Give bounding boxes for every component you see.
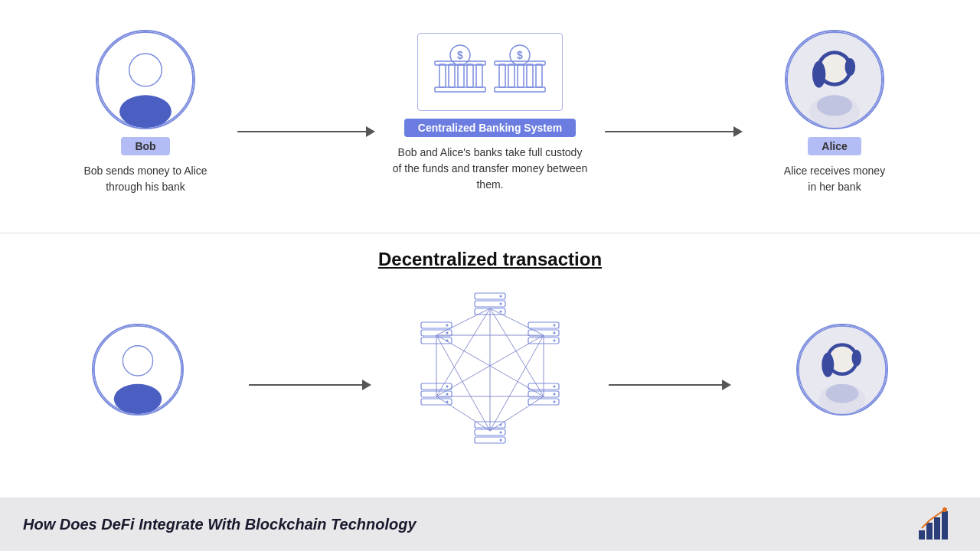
arrow1-head	[366, 126, 375, 137]
bank-icon-2: $	[493, 41, 547, 103]
arrow1	[237, 126, 375, 137]
bob-group: Bob Bob sends money to Alice through his…	[61, 30, 230, 195]
svg-point-80	[446, 332, 449, 334]
arrow1-line	[237, 131, 366, 132]
svg-rect-20	[495, 61, 545, 65]
svg-rect-5	[439, 64, 446, 87]
decentralized-title: Decentralized transaction	[378, 249, 602, 270]
svg-point-74	[446, 393, 449, 396]
bob-decentral-avatar	[92, 324, 184, 416]
svg-rect-6	[449, 64, 455, 87]
svg-point-62	[554, 393, 556, 396]
arrow1-container	[230, 88, 383, 137]
bank-name-badge: Centralized Banking System	[404, 119, 576, 137]
svg-rect-18	[536, 64, 542, 87]
svg-rect-89	[919, 530, 925, 540]
bank-icon-1: $	[433, 41, 487, 103]
footer: How Does DeFi Integrate With Blockchain …	[0, 497, 980, 551]
svg-line-44	[490, 396, 544, 431]
alice-group: Alice Alice receives money in her bank	[750, 30, 919, 195]
svg-point-86	[851, 350, 861, 366]
svg-point-88	[826, 384, 859, 403]
svg-point-1	[119, 95, 172, 128]
arrow4-container	[574, 349, 766, 390]
arrow3-line	[249, 384, 362, 386]
svg-point-81	[446, 340, 449, 342]
arrow4	[609, 380, 731, 390]
svg-point-57	[554, 340, 556, 342]
svg-rect-19	[495, 87, 545, 92]
svg-point-51	[500, 311, 502, 313]
svg-point-27	[817, 95, 853, 116]
bob-name-badge: Bob	[121, 137, 169, 155]
svg-point-93	[942, 507, 947, 512]
svg-point-61	[554, 386, 556, 388]
svg-rect-90	[926, 523, 933, 540]
arrow3-container	[214, 349, 406, 390]
svg-point-56	[554, 332, 556, 334]
svg-rect-9	[476, 64, 482, 87]
decentralized-section: Decentralized transaction	[0, 233, 980, 497]
svg-point-29	[114, 384, 162, 414]
footer-chart-icon	[915, 504, 957, 546]
svg-point-55	[554, 324, 556, 327]
centralized-section: Bob Bob sends money to Alice through his…	[0, 0, 980, 233]
arrow2	[605, 126, 743, 137]
svg-rect-15	[508, 64, 514, 87]
svg-rect-7	[458, 64, 464, 87]
footer-title: How Does DeFi Integrate With Blockchain …	[23, 516, 416, 533]
svg-point-85	[822, 353, 834, 377]
svg-rect-92	[942, 511, 948, 540]
bob-decentral-group	[61, 324, 214, 416]
bob-avatar	[96, 30, 195, 129]
alice-avatar	[785, 30, 884, 129]
svg-point-50	[500, 303, 502, 305]
svg-point-25	[845, 58, 856, 76]
svg-rect-91	[934, 517, 940, 540]
alice-desc: Alice receives money in her bank	[784, 163, 885, 195]
decentral-row	[61, 285, 919, 454]
svg-point-69	[500, 439, 502, 442]
bank-desc: Bob and Alice's banks take full custody …	[383, 145, 597, 193]
arrow2-line	[605, 131, 733, 132]
main-content: Bob Bob sends money to Alice through his…	[0, 0, 980, 497]
arrow4-line	[609, 384, 722, 386]
svg-point-24	[812, 61, 825, 88]
svg-text:$: $	[517, 49, 523, 61]
bank-group: $ $	[383, 33, 597, 193]
network-svg	[406, 285, 574, 454]
svg-point-75	[446, 401, 449, 403]
svg-rect-16	[518, 64, 524, 87]
arrow4-head	[722, 380, 731, 390]
svg-rect-10	[435, 87, 485, 92]
svg-line-45	[436, 396, 490, 431]
svg-point-63	[554, 401, 556, 403]
svg-point-30	[122, 346, 152, 376]
svg-point-79	[446, 324, 449, 327]
arrow2-container	[597, 88, 750, 137]
svg-rect-14	[499, 64, 505, 87]
svg-point-2	[129, 54, 162, 86]
svg-rect-8	[467, 64, 473, 87]
bob-desc: Bob sends money to Alice through his ban…	[83, 163, 207, 195]
alice-name-badge: Alice	[808, 137, 861, 155]
svg-text:$: $	[457, 49, 463, 61]
alice-decentral-avatar	[796, 324, 888, 416]
svg-point-73	[446, 386, 449, 388]
svg-point-67	[500, 424, 502, 426]
bank-box: $ $	[417, 33, 563, 111]
network-diagram	[406, 285, 574, 454]
arrow3-head	[362, 380, 371, 390]
svg-point-49	[500, 295, 502, 298]
svg-rect-17	[527, 64, 533, 87]
arrow3	[249, 380, 371, 390]
svg-point-68	[500, 432, 502, 434]
arrow2-head	[733, 126, 743, 137]
svg-rect-11	[435, 61, 485, 65]
alice-decentral-group	[766, 324, 919, 416]
